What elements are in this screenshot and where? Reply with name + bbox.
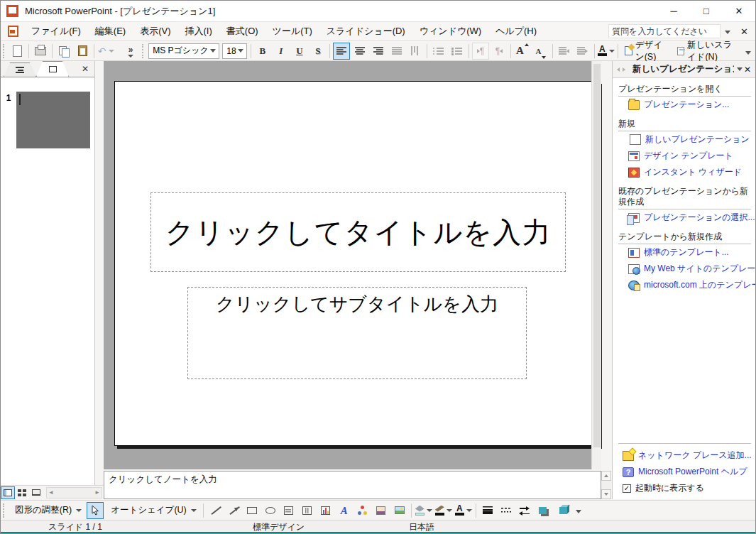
task-pane-forward-icon[interactable]: [623, 67, 625, 72]
scrollbar-thumb[interactable]: [593, 64, 601, 447]
ask-question-input[interactable]: 質問を入力してください: [608, 24, 721, 38]
task-pane-item[interactable]: 新しいプレゼンテーション: [618, 131, 751, 148]
task-pane-link[interactable]: プレゼンテーションの選択...: [644, 212, 755, 224]
slide-sorter-view-button[interactable]: [15, 486, 29, 499]
vertical-text-box-button[interactable]: [299, 502, 316, 519]
text-box-button[interactable]: [280, 502, 297, 519]
italic-button[interactable]: I: [273, 43, 290, 60]
draw-menu-button[interactable]: 図形の調整(R): [9, 502, 85, 519]
text-shadow-button[interactable]: S: [309, 43, 327, 60]
notes-scroll-up-button[interactable]: [601, 471, 611, 481]
close-document-button[interactable]: ✕: [735, 26, 755, 37]
toolbar-grip[interactable]: [3, 44, 6, 58]
menu-item[interactable]: スライドショー(D): [319, 22, 412, 40]
task-pane-footer-item[interactable]: ネットワーク プレース追加...: [618, 447, 751, 464]
autoshapes-menu-button[interactable]: オートシェイプ(U): [105, 502, 200, 519]
task-pane-link[interactable]: Microsoft PowerPoint ヘルプ: [638, 466, 747, 478]
notes-pane[interactable]: クリックしてノートを入力: [104, 471, 601, 499]
fill-color-button[interactable]: [415, 502, 433, 519]
new-slide-button[interactable]: 新しいスライド(N): [674, 43, 743, 60]
bold-button[interactable]: B: [254, 43, 271, 60]
task-pane-item[interactable]: My Web サイトのテンプレート...: [618, 261, 751, 277]
insert-chart-button[interactable]: [317, 502, 334, 519]
numbered-list-button[interactable]: [430, 43, 447, 60]
menu-item[interactable]: 表示(V): [133, 22, 177, 40]
line-style-button[interactable]: [479, 502, 496, 519]
scroll-left-icon[interactable]: ◄: [47, 489, 55, 496]
close-button[interactable]: ✕: [723, 1, 755, 21]
horizontal-scrollbar[interactable]: ◄►: [46, 487, 102, 498]
menu-item[interactable]: ファイル(F): [24, 22, 88, 40]
insert-clipart-button[interactable]: [373, 502, 390, 519]
drawbar-options-icon[interactable]: [576, 510, 581, 513]
line-color-button[interactable]: [434, 502, 453, 519]
formatting-options-icon[interactable]: [745, 51, 751, 55]
align-right-button[interactable]: [370, 43, 387, 60]
tab-slides[interactable]: [36, 61, 69, 77]
slide-canvas[interactable]: クリックしてタイトルを入力 クリックしてサブタイトルを入力: [114, 81, 599, 446]
ltr-direction-button[interactable]: ¶: [472, 43, 489, 60]
insert-picture-button[interactable]: [391, 502, 408, 519]
maximize-button[interactable]: □: [690, 1, 723, 21]
toolbar-options-button[interactable]: »: [122, 43, 139, 60]
3d-style-button[interactable]: [555, 502, 572, 519]
menu-item[interactable]: 挿入(I): [178, 22, 219, 40]
notes-scrollbar[interactable]: [601, 471, 611, 499]
ask-question-dropdown[interactable]: [721, 26, 735, 36]
menu-item[interactable]: ヘルプ(H): [488, 22, 544, 40]
toolbar-grip[interactable]: [142, 44, 145, 58]
menu-item[interactable]: ウィンドウ(W): [412, 22, 488, 40]
menu-item[interactable]: ツール(T): [265, 22, 319, 40]
arrow-style-button[interactable]: [516, 502, 533, 519]
task-pane-item[interactable]: 標準のテンプレート...: [618, 244, 751, 261]
increase-font-size-button[interactable]: A: [514, 43, 531, 60]
distribute-button[interactable]: [388, 43, 405, 60]
slide-show-button[interactable]: [29, 486, 43, 499]
undo-button[interactable]: ↶: [97, 43, 114, 60]
task-pane-link[interactable]: デザイン テンプレート: [644, 150, 733, 162]
toolbar-grip[interactable]: [3, 503, 6, 518]
tab-outline[interactable]: [4, 62, 36, 77]
scroll-right-icon[interactable]: ►: [93, 489, 102, 496]
task-pane-item[interactable]: microsoft.com 上のテンプレート: [618, 277, 751, 293]
rtl-direction-button[interactable]: ¶: [491, 43, 508, 60]
vertical-scrollbar[interactable]: [591, 61, 601, 469]
align-center-button[interactable]: [351, 43, 368, 60]
paste-button[interactable]: [74, 43, 91, 60]
task-pane-link[interactable]: 新しいプレゼンテーション: [645, 134, 750, 146]
align-left-button[interactable]: [333, 43, 350, 60]
decrease-font-size-button[interactable]: A: [532, 43, 549, 60]
insert-wordart-button[interactable]: A: [336, 502, 353, 519]
task-pane-link[interactable]: インスタント ウィザード: [644, 166, 742, 178]
arrow-tool-button[interactable]: [225, 502, 242, 519]
task-pane-item[interactable]: プレゼンテーションの選択...: [618, 209, 751, 226]
decrease-indent-button[interactable]: [556, 43, 573, 60]
checkbox-label[interactable]: 起動時に表示する: [635, 482, 704, 494]
font-color-button[interactable]: A: [598, 43, 615, 60]
task-pane-item[interactable]: デザイン テンプレート: [618, 148, 751, 164]
menu-item[interactable]: 書式(O): [219, 22, 265, 40]
select-objects-button[interactable]: [87, 502, 104, 519]
close-pane-icon[interactable]: ✕: [82, 64, 89, 74]
draw-font-color-button[interactable]: A: [454, 502, 473, 519]
print-button[interactable]: [32, 43, 49, 60]
rectangle-tool-button[interactable]: [243, 502, 261, 519]
vertical-text-button[interactable]: [407, 43, 424, 60]
task-pane-close-icon[interactable]: ✕: [743, 65, 752, 75]
task-pane-link[interactable]: ネットワーク プレース追加...: [638, 449, 752, 462]
subtitle-placeholder[interactable]: クリックしてサブタイトルを入力: [187, 287, 527, 379]
task-pane-footer-item[interactable]: ✓起動時に表示する: [618, 480, 751, 496]
task-pane-link[interactable]: プレゼンテーション...: [644, 99, 729, 111]
shadow-style-button[interactable]: [535, 502, 552, 519]
task-pane-footer-item[interactable]: ?Microsoft PowerPoint ヘルプ: [618, 464, 751, 480]
oval-tool-button[interactable]: [262, 502, 279, 519]
slide-design-button[interactable]: デザイン(S): [621, 43, 672, 60]
increase-indent-button[interactable]: [574, 43, 591, 60]
task-pane-item[interactable]: インスタント ウィザード: [618, 164, 751, 180]
show-at-startup-checkbox[interactable]: ✓: [623, 484, 631, 493]
bullet-list-button[interactable]: [449, 43, 466, 60]
minimize-button[interactable]: ─: [657, 1, 690, 21]
underline-button[interactable]: U: [291, 43, 308, 60]
task-pane-link[interactable]: My Web サイトのテンプレート...: [644, 263, 756, 275]
task-pane-item[interactable]: プレゼンテーション...: [618, 97, 751, 113]
